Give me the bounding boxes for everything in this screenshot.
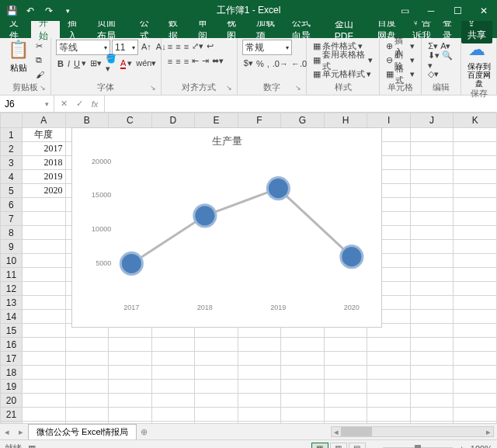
tab-insert[interactable]: 插入 — [60, 21, 89, 38]
cell[interactable] — [410, 296, 454, 310]
cell[interactable] — [410, 422, 454, 424]
comma-button[interactable]: , — [266, 57, 271, 70]
row-header[interactable]: 21 — [1, 408, 23, 422]
cell[interactable] — [281, 338, 325, 352]
cell[interactable] — [410, 198, 454, 212]
cell[interactable] — [454, 240, 497, 254]
cell[interactable] — [22, 268, 65, 282]
cell[interactable] — [324, 352, 367, 366]
cell[interactable] — [22, 324, 65, 338]
cell[interactable] — [410, 268, 454, 282]
cell[interactable] — [22, 212, 65, 226]
baidu-save-button[interactable]: ☁ 保存到百度网盘 — [466, 40, 492, 88]
cell[interactable] — [22, 254, 65, 268]
cell[interactable] — [151, 394, 195, 408]
cell[interactable] — [367, 366, 411, 380]
sheet-area[interactable]: ABCDEFGHIJK1年度22017320184201952020678910… — [0, 113, 497, 423]
tab-file[interactable]: 文件 — [2, 21, 31, 38]
row-header[interactable]: 22 — [1, 422, 23, 424]
row-header[interactable]: 10 — [1, 254, 23, 268]
cell[interactable] — [238, 422, 281, 424]
cell[interactable] — [410, 142, 454, 156]
align-center-button[interactable]: ≡ — [174, 54, 182, 68]
col-header[interactable]: I — [367, 113, 411, 128]
ribbon-options-icon[interactable]: ▭ — [391, 2, 418, 19]
cell[interactable] — [410, 394, 454, 408]
wrap-text-button[interactable]: ↩ — [205, 40, 215, 53]
cell[interactable] — [410, 380, 454, 394]
cell[interactable] — [454, 296, 497, 310]
cell[interactable] — [195, 338, 238, 352]
cell[interactable]: 2017 — [22, 142, 65, 156]
phonetic-button[interactable]: wén▾ — [134, 57, 158, 70]
cell[interactable] — [109, 352, 152, 366]
cell[interactable] — [281, 380, 325, 394]
cell[interactable] — [410, 366, 454, 380]
cell[interactable] — [238, 338, 281, 352]
row-header[interactable]: 18 — [1, 366, 23, 380]
cell[interactable] — [151, 422, 195, 424]
cell[interactable] — [324, 394, 367, 408]
number-launcher-icon[interactable]: ↘ — [295, 84, 304, 93]
currency-button[interactable]: $▾ — [242, 57, 255, 70]
view-pagebreak-button[interactable]: ▤ — [349, 443, 366, 449]
cell[interactable] — [22, 240, 65, 254]
row-header[interactable]: 8 — [1, 226, 23, 240]
cell[interactable] — [410, 170, 454, 184]
zoom-in-button[interactable]: + — [459, 444, 464, 449]
horizontal-scrollbar[interactable]: ◂▸ — [152, 426, 497, 437]
indent-inc-button[interactable]: ⇥ — [200, 54, 210, 68]
cell[interactable] — [22, 408, 65, 422]
cells-format-button[interactable]: ▦ 格式▾ — [384, 68, 416, 81]
name-box[interactable]: J6▾ — [0, 96, 54, 112]
row-header[interactable]: 6 — [1, 198, 23, 212]
cell[interactable] — [410, 212, 454, 226]
cell[interactable]: 年度 — [22, 128, 65, 142]
cell[interactable] — [195, 422, 238, 424]
cell[interactable] — [195, 408, 238, 422]
cell[interactable] — [22, 338, 65, 352]
cell[interactable] — [281, 408, 325, 422]
cell[interactable] — [65, 352, 109, 366]
formula-input[interactable] — [105, 96, 497, 112]
cut-button[interactable]: ✂ — [34, 40, 46, 53]
cell[interactable] — [22, 310, 65, 324]
cell[interactable] — [151, 338, 195, 352]
redo-icon[interactable]: ↷ — [40, 2, 57, 19]
border-button[interactable]: ⊞▾ — [89, 57, 103, 70]
cell[interactable] — [410, 352, 454, 366]
cell[interactable]: 2020 — [22, 184, 65, 198]
cell[interactable] — [367, 422, 411, 424]
cell[interactable] — [410, 324, 454, 338]
cell[interactable] — [410, 156, 454, 170]
cell[interactable] — [367, 394, 411, 408]
cell[interactable] — [410, 338, 454, 352]
cell[interactable] — [367, 338, 411, 352]
cell[interactable] — [195, 366, 238, 380]
row-header[interactable]: 15 — [1, 324, 23, 338]
cell[interactable] — [22, 226, 65, 240]
cell[interactable] — [454, 408, 497, 422]
col-header[interactable]: F — [238, 113, 281, 128]
cell[interactable] — [324, 380, 367, 394]
format-painter-button[interactable]: 🖌 — [34, 68, 46, 81]
save-icon[interactable]: 💾 — [3, 2, 20, 19]
row-header[interactable]: 3 — [1, 156, 23, 170]
tab-data[interactable]: 数据 — [161, 21, 190, 38]
cell[interactable] — [22, 352, 65, 366]
fx-button[interactable]: fx — [87, 99, 103, 109]
cell[interactable] — [151, 366, 195, 380]
cell[interactable] — [22, 282, 65, 296]
row-header[interactable]: 16 — [1, 338, 23, 352]
col-header[interactable]: D — [151, 113, 195, 128]
merge-button[interactable]: ⬌▾ — [210, 54, 225, 68]
cell[interactable] — [65, 366, 109, 380]
cell[interactable] — [454, 268, 497, 282]
cell[interactable] — [454, 324, 497, 338]
view-normal-button[interactable]: ▦ — [311, 443, 328, 449]
percent-button[interactable]: % — [255, 57, 266, 70]
cell[interactable] — [238, 352, 281, 366]
view-pagelayout-button[interactable]: ▥ — [330, 443, 347, 449]
clipboard-launcher-icon[interactable]: ↘ — [40, 84, 49, 93]
row-header[interactable]: 2 — [1, 142, 23, 156]
